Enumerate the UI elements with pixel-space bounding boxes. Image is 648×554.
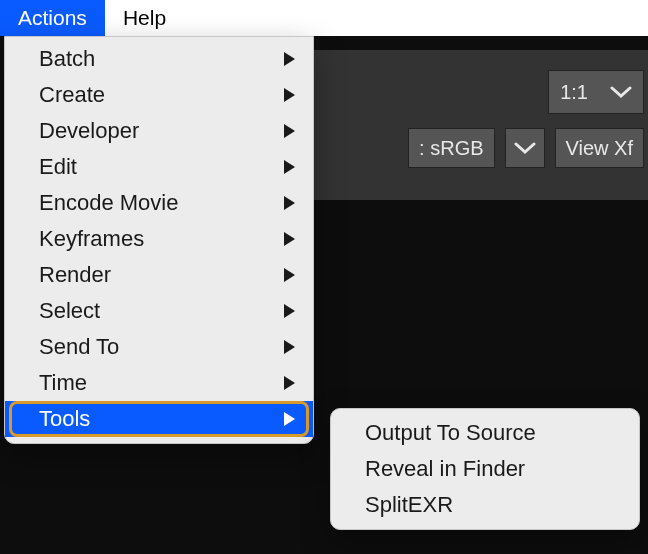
view-xf-label: View Xf [566, 137, 633, 160]
zoom-value: 1:1 [552, 74, 596, 110]
menu-item-label: Create [39, 82, 105, 108]
menu-item-keyframes[interactable]: Keyframes [5, 221, 313, 257]
chevron-down-icon [514, 142, 536, 154]
menubar-actions[interactable]: Actions [0, 0, 105, 36]
submenu-arrow-icon [284, 88, 295, 102]
menu-item-label: Encode Movie [39, 190, 178, 216]
menu-item-label: Tools [39, 406, 90, 432]
submenu-arrow-icon [284, 232, 295, 246]
menu-item-label: Developer [39, 118, 139, 144]
menu-item-label: Send To [39, 334, 119, 360]
submenu-item-label: SplitEXR [365, 492, 453, 518]
submenu-arrow-icon [284, 412, 295, 426]
colorspace-label: : sRGB [419, 137, 483, 160]
colorspace-dropdown[interactable] [505, 128, 545, 168]
menu-item-label: Edit [39, 154, 77, 180]
menu-item-label: Batch [39, 46, 95, 72]
submenu-arrow-icon [284, 340, 295, 354]
menu-item-label: Time [39, 370, 87, 396]
view-xf-button[interactable]: View Xf [555, 128, 644, 168]
menu-item-label: Render [39, 262, 111, 288]
actions-dropdown: Batch Create Developer Edit Encode Movie… [4, 36, 314, 444]
submenu-item-reveal-in-finder[interactable]: Reveal in Finder [331, 451, 639, 487]
menu-item-edit[interactable]: Edit [5, 149, 313, 185]
submenu-arrow-icon [284, 376, 295, 390]
submenu-item-label: Reveal in Finder [365, 456, 525, 482]
chevron-down-icon [602, 74, 640, 110]
menu-item-create[interactable]: Create [5, 77, 313, 113]
menu-item-select[interactable]: Select [5, 293, 313, 329]
menubar-help[interactable]: Help [105, 0, 184, 36]
submenu-item-output-to-source[interactable]: Output To Source [331, 415, 639, 451]
submenu-arrow-icon [284, 124, 295, 138]
menu-item-render[interactable]: Render [5, 257, 313, 293]
submenu-arrow-icon [284, 52, 295, 66]
menu-item-label: Select [39, 298, 100, 324]
menu-item-label: Keyframes [39, 226, 144, 252]
colorspace-select[interactable]: : sRGB [408, 128, 494, 168]
menubar: Actions Help [0, 0, 648, 36]
menu-item-encode-movie[interactable]: Encode Movie [5, 185, 313, 221]
submenu-arrow-icon [284, 268, 295, 282]
submenu-arrow-icon [284, 196, 295, 210]
submenu-item-label: Output To Source [365, 420, 536, 446]
submenu-arrow-icon [284, 160, 295, 174]
tools-submenu: Output To Source Reveal in Finder SplitE… [330, 408, 640, 530]
menu-item-time[interactable]: Time [5, 365, 313, 401]
submenu-arrow-icon [284, 304, 295, 318]
menu-item-batch[interactable]: Batch [5, 41, 313, 77]
submenu-item-splitexr[interactable]: SplitEXR [331, 487, 639, 523]
menu-item-tools[interactable]: Tools [5, 401, 313, 437]
menu-item-developer[interactable]: Developer [5, 113, 313, 149]
menu-item-send-to[interactable]: Send To [5, 329, 313, 365]
zoom-control[interactable]: 1:1 [548, 70, 644, 114]
